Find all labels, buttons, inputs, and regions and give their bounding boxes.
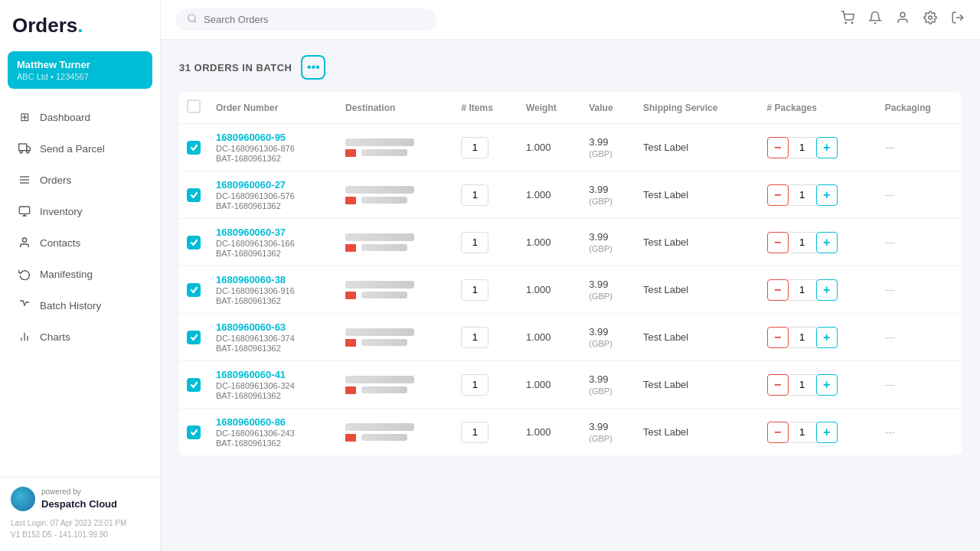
- order-bat-ref: BAT-1680961362: [216, 296, 330, 305]
- col-weight: Weight: [518, 92, 581, 124]
- user-name: Matthew Turner: [17, 59, 143, 70]
- sidebar-item-contacts[interactable]: Contacts: [5, 227, 155, 258]
- sidebar-item-charts[interactable]: Charts: [5, 321, 155, 352]
- row-checkbox[interactable]: [187, 236, 201, 249]
- sidebar-item-send-parcel[interactable]: Send a Parcel: [5, 133, 155, 164]
- user-icon[interactable]: [896, 11, 910, 28]
- main-area: 31 ORDERS IN BATCH ••• Order Number Dest…: [161, 0, 980, 551]
- search-input[interactable]: [204, 14, 426, 25]
- destination-cell: [338, 314, 453, 361]
- packages-increase-button[interactable]: +: [816, 327, 838, 348]
- items-input[interactable]: [461, 232, 488, 253]
- weight-cell: 1.000: [518, 171, 581, 219]
- row-checkbox[interactable]: [187, 283, 201, 297]
- packaging-cell: ---: [877, 409, 962, 456]
- order-dc-ref: DC-1680961306-166: [216, 239, 330, 248]
- sidebar-item-manifesting[interactable]: Manifesting: [5, 259, 155, 289]
- packages-input[interactable]: [789, 184, 816, 206]
- svg-point-16: [929, 16, 933, 20]
- items-input[interactable]: [461, 422, 488, 443]
- gear-icon[interactable]: [923, 11, 937, 28]
- row-checkbox-cell: [179, 314, 208, 361]
- items-input[interactable]: [461, 279, 488, 301]
- packages-increase-button[interactable]: +: [816, 137, 838, 158]
- packages-cell: − +: [760, 171, 877, 219]
- header: [161, 0, 980, 40]
- order-link[interactable]: 1680960060-37: [216, 227, 286, 238]
- ellipsis-icon: •••: [307, 60, 320, 74]
- order-number-cell: 1680960060-38 DC-1680961306-916 BAT-1680…: [208, 266, 338, 314]
- packages-increase-button[interactable]: +: [816, 374, 838, 396]
- logo-text: Orders.: [12, 14, 83, 37]
- destination-flag: [345, 292, 356, 299]
- logout-icon[interactable]: [951, 11, 965, 28]
- value-cell: 3.99(GBP): [581, 219, 635, 266]
- row-checkbox[interactable]: [187, 331, 201, 344]
- packages-increase-button[interactable]: +: [816, 232, 838, 253]
- packaging-value: ---: [885, 236, 895, 248]
- items-input[interactable]: [461, 184, 488, 206]
- select-all-checkbox[interactable]: [187, 99, 201, 113]
- packages-decrease-button[interactable]: −: [767, 232, 789, 253]
- col-checkbox: [179, 92, 208, 124]
- packages-decrease-button[interactable]: −: [767, 422, 789, 443]
- cart-icon[interactable]: [841, 11, 854, 28]
- row-checkbox[interactable]: [187, 378, 201, 392]
- sidebar-item-label: Dashboard: [40, 112, 90, 123]
- destination-country-blurred: [361, 197, 407, 204]
- packages-input[interactable]: [789, 374, 816, 396]
- order-link[interactable]: 1680960060-86: [216, 416, 286, 428]
- sidebar-item-batch-history[interactable]: Batch History: [5, 290, 155, 321]
- user-card[interactable]: Matthew Turner ABC Ltd • 1234567: [8, 51, 152, 89]
- row-checkbox[interactable]: [187, 425, 201, 439]
- order-link[interactable]: 1680960060-38: [216, 274, 286, 285]
- row-checkbox[interactable]: [187, 188, 201, 202]
- packages-increase-button[interactable]: +: [816, 422, 838, 443]
- destination-flag: [345, 197, 356, 204]
- packages-cell: − +: [760, 409, 877, 456]
- packages-increase-button[interactable]: +: [816, 279, 838, 301]
- svg-point-15: [900, 12, 905, 17]
- order-link[interactable]: 1680960060-95: [216, 132, 286, 143]
- destination-name-blurred: [345, 328, 414, 336]
- package-controls: − +: [767, 279, 870, 301]
- order-bat-ref: BAT-1680961362: [216, 391, 330, 400]
- items-input[interactable]: [461, 327, 488, 348]
- user-detail: ABC Ltd • 1234567: [17, 72, 143, 81]
- col-packages: # Packages: [760, 92, 877, 124]
- value-cell: 3.99(GBP): [581, 171, 635, 219]
- sidebar-item-dashboard[interactable]: ⊞ Dashboard: [5, 102, 155, 132]
- packages-input[interactable]: [789, 232, 816, 253]
- search-bar[interactable]: [176, 8, 436, 31]
- packages-input[interactable]: [789, 422, 816, 443]
- packages-input[interactable]: [789, 327, 816, 348]
- packages-input[interactable]: [789, 279, 816, 301]
- destination-name-blurred: [345, 186, 414, 194]
- packages-input[interactable]: [789, 137, 816, 158]
- row-checkbox[interactable]: [187, 141, 201, 155]
- batch-menu-button[interactable]: •••: [301, 55, 325, 80]
- order-bat-ref: BAT-1680961362: [216, 439, 330, 448]
- sidebar-item-inventory[interactable]: Inventory: [5, 196, 155, 227]
- order-link[interactable]: 1680960060-41: [216, 369, 286, 380]
- destination-block: [345, 376, 446, 394]
- table-row: 1680960060-38 DC-1680961306-916 BAT-1680…: [179, 266, 962, 314]
- weight-cell: 1.000: [518, 219, 581, 266]
- packages-decrease-button[interactable]: −: [767, 279, 789, 301]
- packages-decrease-button[interactable]: −: [767, 137, 789, 158]
- bell-icon[interactable]: [868, 11, 882, 28]
- packages-decrease-button[interactable]: −: [767, 327, 789, 348]
- shipping-service-cell: Test Label: [635, 314, 760, 361]
- items-cell: [453, 266, 518, 314]
- packages-increase-button[interactable]: +: [816, 184, 838, 206]
- svg-rect-0: [19, 144, 27, 151]
- sidebar-item-orders[interactable]: Orders: [5, 165, 155, 195]
- items-input[interactable]: [461, 137, 488, 158]
- packages-decrease-button[interactable]: −: [767, 184, 789, 206]
- items-input[interactable]: [461, 374, 488, 396]
- order-link[interactable]: 1680960060-63: [216, 321, 286, 333]
- order-link[interactable]: 1680960060-27: [216, 179, 286, 191]
- order-number-cell: 1680960060-27 DC-1680961306-576 BAT-1680…: [208, 171, 338, 219]
- packages-decrease-button[interactable]: −: [767, 374, 789, 396]
- order-dc-ref: DC-1680961306-576: [216, 191, 330, 201]
